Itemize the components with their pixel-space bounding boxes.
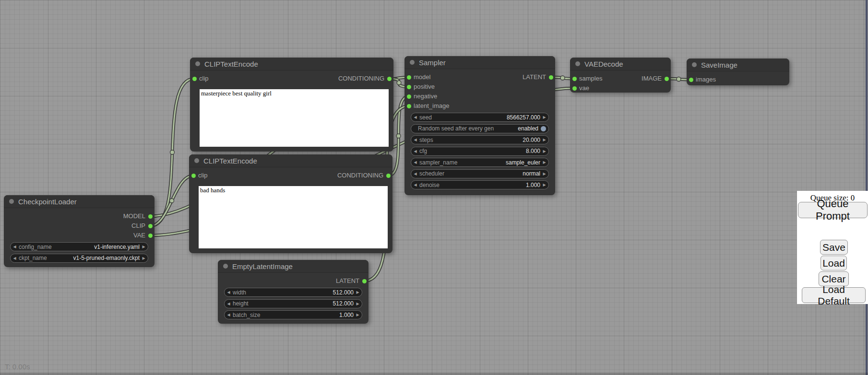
increment-arrow-icon[interactable]: ▶ bbox=[140, 256, 148, 260]
widget-config-name[interactable]: ◀config_namev1-inference.yaml▶ bbox=[10, 242, 148, 251]
input-slot-clip[interactable] bbox=[192, 77, 197, 81]
output-slot-conditioning[interactable] bbox=[387, 77, 392, 81]
decrement-arrow-icon[interactable]: ◀ bbox=[411, 183, 419, 187]
input-slot-samples[interactable] bbox=[572, 77, 577, 81]
queue-prompt-button[interactable]: Queue Prompt bbox=[798, 202, 868, 218]
increment-arrow-icon[interactable]: ▶ bbox=[354, 302, 362, 306]
widget-value: v1-5-pruned-emaonly.ckpt bbox=[73, 255, 140, 261]
increment-arrow-icon[interactable]: ▶ bbox=[354, 313, 362, 317]
widget-label: seed bbox=[419, 114, 432, 121]
widget-denoise[interactable]: ◀denoise1.000▶ bbox=[411, 180, 549, 189]
input-slot-label: model bbox=[414, 73, 430, 81]
output-slot-clip[interactable] bbox=[148, 224, 153, 228]
render-time-label: T: 0.00s bbox=[5, 363, 30, 371]
widget-width[interactable]: ◀width512.000▶ bbox=[224, 288, 362, 297]
increment-arrow-icon[interactable]: ▶ bbox=[540, 115, 548, 119]
node-title-bar[interactable]: VAEDecode bbox=[570, 58, 671, 70]
node-title-bar[interactable]: SaveImage bbox=[687, 59, 789, 71]
decrement-arrow-icon[interactable]: ◀ bbox=[411, 115, 419, 119]
widget-value: 1.000 bbox=[526, 182, 540, 188]
increment-arrow-icon[interactable]: ▶ bbox=[540, 149, 548, 153]
decrement-arrow-icon[interactable]: ◀ bbox=[225, 290, 233, 294]
output-slot-image[interactable] bbox=[665, 77, 669, 81]
input-slot-images[interactable] bbox=[689, 78, 693, 82]
collapse-dot-icon[interactable] bbox=[575, 61, 580, 66]
widget-scheduler[interactable]: ◀schedulernormal▶ bbox=[411, 169, 549, 178]
collapse-dot-icon[interactable] bbox=[9, 199, 14, 204]
node-cliptextencode[interactable]: CLIPTextEncodeclipCONDITIONINGmasterpiec… bbox=[190, 58, 393, 152]
output-slot-vae[interactable] bbox=[148, 234, 153, 238]
widget-sampler-name[interactable]: ◀sampler_namesample_euler▶ bbox=[411, 158, 549, 167]
prompt-textarea[interactable]: bad hands bbox=[199, 186, 388, 248]
increment-arrow-icon[interactable]: ▶ bbox=[540, 138, 548, 142]
decrement-arrow-icon[interactable]: ◀ bbox=[411, 160, 419, 164]
widget-random-seed-after-every-gen[interactable]: Random seed after every genenabled bbox=[411, 124, 549, 133]
input-slot-label: vae bbox=[579, 84, 589, 92]
node-sampler[interactable]: Samplermodelpositivenegativelatent_image… bbox=[404, 56, 555, 195]
decrement-arrow-icon[interactable]: ◀ bbox=[225, 302, 233, 306]
link-midpoint-dot bbox=[560, 76, 565, 80]
link-midpoint-dot bbox=[170, 150, 175, 154]
input-slot-negative[interactable] bbox=[407, 94, 411, 99]
node-cliptextencode[interactable]: CLIPTextEncodeclipCONDITIONINGbad hands bbox=[189, 154, 392, 253]
input-slot-label: clip bbox=[198, 172, 208, 179]
widget-label: steps bbox=[419, 137, 433, 143]
load-button[interactable]: Load bbox=[820, 256, 847, 270]
toggle-dot[interactable] bbox=[541, 126, 546, 131]
input-slot-model[interactable] bbox=[407, 75, 411, 80]
widget-batch-size[interactable]: ◀batch_size1.000▶ bbox=[224, 310, 362, 319]
prompt-textarea[interactable]: masterpiece best quality girl bbox=[200, 89, 389, 147]
increment-arrow-icon[interactable]: ▶ bbox=[540, 172, 548, 176]
node-title: VAEDecode bbox=[584, 60, 623, 68]
widget-seed[interactable]: ◀seed8566257.000▶ bbox=[411, 113, 549, 122]
input-slot-latent-image[interactable] bbox=[407, 104, 411, 108]
load-default-button[interactable]: Load Default bbox=[802, 287, 866, 303]
node-title: EmptyLatentImage bbox=[232, 262, 293, 270]
collapse-dot-icon[interactable] bbox=[194, 158, 199, 163]
increment-arrow-icon[interactable]: ▶ bbox=[140, 245, 148, 249]
output-slot-conditioning[interactable] bbox=[386, 174, 391, 178]
decrement-arrow-icon[interactable]: ◀ bbox=[225, 313, 233, 317]
input-slot-vae[interactable] bbox=[572, 86, 577, 91]
widget-height[interactable]: ◀height512.000▶ bbox=[224, 299, 362, 308]
save-button[interactable]: Save bbox=[820, 240, 848, 255]
node-checkpointloader[interactable]: CheckpointLoaderMODELCLIPVAE◀config_name… bbox=[4, 195, 155, 267]
output-slot-label: CLIP bbox=[131, 222, 145, 230]
increment-arrow-icon[interactable]: ▶ bbox=[540, 160, 548, 164]
widget-ckpt-name[interactable]: ◀ckpt_namev1-5-pruned-emaonly.ckpt▶ bbox=[10, 254, 148, 263]
collapse-dot-icon[interactable] bbox=[410, 60, 415, 65]
widget-steps[interactable]: ◀steps20.000▶ bbox=[411, 135, 549, 144]
increment-arrow-icon[interactable]: ▶ bbox=[354, 290, 362, 294]
output-slot-label: CONDITIONING bbox=[337, 172, 383, 179]
output-slot-model[interactable] bbox=[148, 214, 153, 219]
node-title-bar[interactable]: CheckpointLoader bbox=[4, 195, 155, 208]
node-title: CLIPTextEncode bbox=[203, 157, 257, 165]
collapse-dot-icon[interactable] bbox=[223, 264, 228, 269]
input-slot-clip[interactable] bbox=[191, 174, 196, 178]
decrement-arrow-icon[interactable]: ◀ bbox=[411, 172, 419, 176]
node-saveimage[interactable]: SaveImageimages bbox=[687, 59, 789, 85]
widget-value: sample_euler bbox=[506, 159, 540, 166]
collapse-dot-icon[interactable] bbox=[692, 62, 697, 67]
widget-cfg[interactable]: ◀cfg8.000▶ bbox=[411, 147, 549, 156]
decrement-arrow-icon[interactable]: ◀ bbox=[11, 245, 19, 249]
input-slot-label: images bbox=[696, 76, 716, 83]
increment-arrow-icon[interactable]: ▶ bbox=[540, 183, 548, 187]
output-slot-label: CONDITIONING bbox=[338, 75, 384, 82]
widget-value: 8566257.000 bbox=[507, 114, 540, 121]
output-slot-latent[interactable] bbox=[362, 279, 367, 283]
widget-label: cfg bbox=[419, 148, 427, 154]
decrement-arrow-icon[interactable]: ◀ bbox=[411, 149, 419, 153]
decrement-arrow-icon[interactable]: ◀ bbox=[11, 256, 19, 260]
node-title-bar[interactable]: CLIPTextEncode bbox=[190, 58, 393, 70]
widget-value: 8.000 bbox=[526, 148, 540, 154]
collapse-dot-icon[interactable] bbox=[195, 61, 200, 66]
node-title-bar[interactable]: Sampler bbox=[404, 56, 555, 69]
node-emptylatentimage[interactable]: EmptyLatentImageLATENT◀width512.000▶◀hei… bbox=[218, 260, 369, 324]
output-slot-latent[interactable] bbox=[549, 75, 553, 80]
node-title-bar[interactable]: CLIPTextEncode bbox=[189, 154, 392, 167]
decrement-arrow-icon[interactable]: ◀ bbox=[411, 138, 419, 142]
node-title-bar[interactable]: EmptyLatentImage bbox=[218, 260, 369, 273]
input-slot-positive[interactable] bbox=[407, 85, 411, 89]
node-vaedecode[interactable]: VAEDecodesamplesvaeIMAGE bbox=[570, 58, 671, 93]
